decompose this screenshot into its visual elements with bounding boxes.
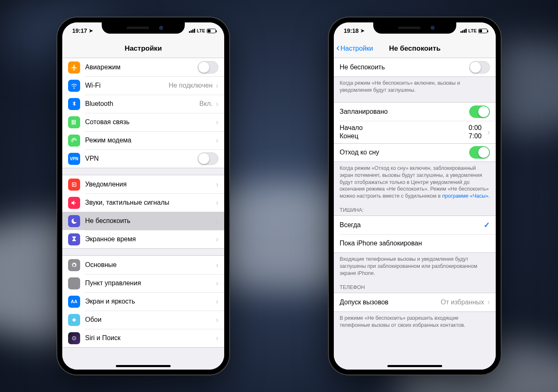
network-label: LTE bbox=[197, 28, 205, 33]
cellular-icon bbox=[68, 116, 80, 128]
end-value: 7:00 bbox=[469, 132, 482, 140]
toggle-scheduled[interactable] bbox=[469, 105, 490, 118]
label: Обои bbox=[85, 316, 216, 323]
row-dnd[interactable]: Не беспокоить› bbox=[62, 212, 224, 230]
row-silence-locked[interactable]: Пока iPhone заблокирован bbox=[334, 234, 496, 252]
row-dnd-toggle[interactable]: Не беспокоить bbox=[334, 58, 496, 76]
check-icon: ✓ bbox=[484, 220, 490, 230]
label: Не беспокоить bbox=[340, 64, 469, 71]
clock-app-link[interactable]: программе «Часы». bbox=[442, 193, 490, 199]
row-notifications[interactable]: Уведомления› bbox=[62, 175, 224, 194]
row-scheduled[interactable]: Запланировано bbox=[334, 103, 496, 121]
label: Уведомления bbox=[85, 181, 216, 188]
home-indicator[interactable] bbox=[116, 365, 171, 367]
row-siri[interactable]: Siri и Поиск› bbox=[62, 329, 224, 347]
value: Не подключен bbox=[169, 82, 213, 89]
row-silence-always[interactable]: Всегда ✓ bbox=[334, 216, 496, 234]
footer-dnd: Когда режим «Не беспокоить» включен, выз… bbox=[334, 77, 496, 96]
row-schedule-time[interactable]: Начало0:00 Конец7:00 › bbox=[334, 121, 496, 143]
label: Wi-Fi bbox=[85, 82, 169, 89]
row-general[interactable]: Основные› bbox=[62, 256, 224, 274]
label: Запланировано bbox=[340, 108, 469, 115]
notifications-icon bbox=[68, 179, 80, 191]
dnd-icon bbox=[68, 215, 80, 227]
chevron-right-icon: › bbox=[216, 100, 218, 108]
chevron-right-icon: › bbox=[216, 81, 218, 90]
vpn-icon: VPN bbox=[68, 153, 80, 165]
phone-dnd: 19:18 ➤ LTE ‹ Настройки Не беспокоить Не… bbox=[329, 17, 501, 375]
row-airplane[interactable]: Авиарежим bbox=[62, 58, 224, 76]
status-time: 19:18 bbox=[344, 27, 359, 34]
wifi-icon bbox=[68, 80, 80, 92]
display-icon: AA bbox=[68, 296, 80, 308]
svg-point-1 bbox=[73, 337, 75, 339]
siri-icon bbox=[68, 332, 80, 344]
row-display[interactable]: AAЭкран и яркость› bbox=[62, 292, 224, 311]
row-vpn[interactable]: VPNVPN bbox=[62, 149, 224, 168]
back-button[interactable]: ‹ Настройки bbox=[336, 44, 373, 53]
label: Bluetooth bbox=[85, 100, 199, 108]
network-label: LTE bbox=[468, 28, 477, 33]
footer-silence: Входящие телефонные вызовы и уведомления… bbox=[334, 253, 496, 279]
label: Допуск вызовов bbox=[340, 299, 441, 306]
row-allow-calls[interactable]: Допуск вызовов От избранных › bbox=[334, 293, 496, 311]
label: Не беспокоить bbox=[85, 217, 216, 225]
chevron-right-icon: › bbox=[216, 217, 218, 225]
home-indicator[interactable] bbox=[387, 365, 442, 367]
row-bluetooth[interactable]: BluetoothВкл.› bbox=[62, 95, 224, 113]
back-label: Настройки bbox=[340, 45, 373, 52]
chevron-right-icon: › bbox=[487, 298, 490, 306]
sounds-icon bbox=[68, 197, 80, 209]
label: Экранное время bbox=[85, 235, 216, 243]
wallpaper-icon bbox=[68, 314, 80, 326]
chevron-right-icon: › bbox=[216, 118, 218, 127]
label: Режим модема bbox=[85, 137, 216, 144]
control-icon bbox=[68, 277, 80, 289]
chevron-right-icon: › bbox=[216, 235, 218, 244]
chevron-right-icon: › bbox=[216, 261, 218, 270]
navbar: ‹ Настройки Не беспокоить bbox=[334, 39, 496, 58]
settings-list[interactable]: АвиарежимWi-FiНе подключен›BluetoothВкл.… bbox=[62, 58, 224, 370]
chevron-right-icon: › bbox=[487, 127, 490, 136]
airplane-icon bbox=[68, 61, 80, 74]
toggle-dnd[interactable] bbox=[469, 61, 490, 74]
row-wallpaper[interactable]: Обои› bbox=[62, 311, 224, 329]
chevron-right-icon: › bbox=[216, 316, 218, 324]
battery-icon bbox=[207, 29, 216, 33]
label: Отход ко сну bbox=[340, 149, 469, 156]
start-label: Начало bbox=[340, 124, 363, 132]
chevron-right-icon: › bbox=[216, 180, 218, 189]
end-label: Конец bbox=[340, 132, 358, 140]
toggle[interactable] bbox=[198, 61, 218, 74]
start-value: 0:00 bbox=[469, 124, 482, 132]
row-hotspot[interactable]: Режим модема› bbox=[62, 131, 224, 149]
location-icon: ➤ bbox=[89, 28, 93, 34]
location-icon: ➤ bbox=[360, 28, 365, 34]
bluetooth-icon bbox=[68, 98, 80, 110]
toggle[interactable] bbox=[198, 152, 218, 165]
status-time: 19:17 bbox=[72, 27, 87, 34]
label: Пункт управления bbox=[85, 279, 216, 287]
signal-icon bbox=[189, 29, 195, 33]
notch bbox=[102, 22, 185, 34]
row-control[interactable]: Пункт управления› bbox=[62, 274, 224, 292]
label: Звуки, тактильные сигналы bbox=[85, 199, 216, 206]
row-cellular[interactable]: Сотовая связь› bbox=[62, 113, 224, 131]
label: Авиарежим bbox=[85, 64, 198, 71]
notch bbox=[373, 22, 456, 34]
row-sounds[interactable]: Звуки, тактильные сигналы› bbox=[62, 194, 224, 212]
signal-icon bbox=[460, 29, 467, 33]
header-phone: ТЕЛЕФОН bbox=[334, 279, 496, 293]
label: Пока iPhone заблокирован bbox=[340, 240, 490, 247]
page-title: Настройки bbox=[125, 44, 162, 53]
chevron-right-icon: › bbox=[216, 279, 218, 288]
dnd-list[interactable]: Не беспокоить Когда режим «Не беспокоить… bbox=[334, 58, 496, 370]
screentime-icon bbox=[68, 233, 80, 245]
row-screentime[interactable]: Экранное время› bbox=[62, 230, 224, 248]
label: VPN bbox=[85, 155, 198, 162]
chevron-right-icon: › bbox=[216, 136, 218, 145]
value: Вкл. bbox=[199, 100, 213, 108]
row-wifi[interactable]: Wi-FiНе подключен› bbox=[62, 76, 224, 95]
row-bedtime[interactable]: Отход ко сну bbox=[334, 143, 496, 162]
toggle-bedtime[interactable] bbox=[469, 146, 490, 159]
